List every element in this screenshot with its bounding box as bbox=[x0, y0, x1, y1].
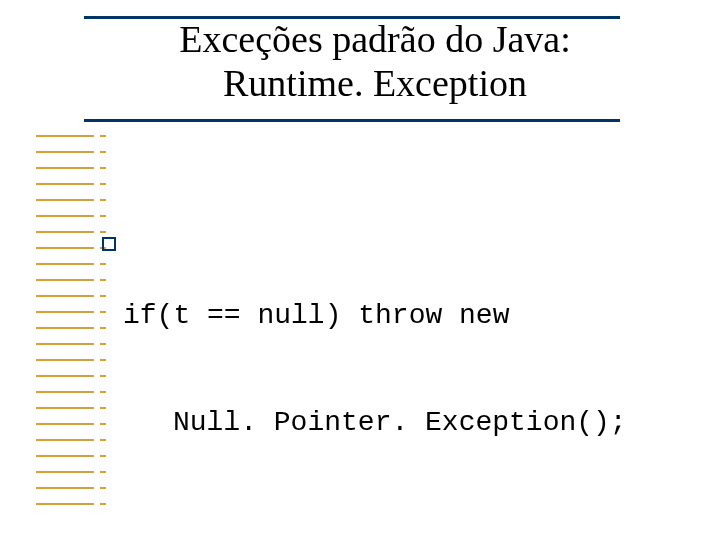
code-snippet: if(t == null) throw new Null. Pointer. E… bbox=[123, 226, 627, 513]
decorative-stripes bbox=[36, 128, 106, 512]
slide: Exceções padrão do Java: Runtime. Except… bbox=[0, 0, 720, 540]
title-line-1: Exceções padrão do Java: bbox=[165, 18, 585, 62]
title-line-2: Runtime. Exception bbox=[165, 62, 585, 106]
title-bottom-rule bbox=[84, 119, 620, 122]
code-line-2: Null. Pointer. Exception(); bbox=[123, 405, 627, 441]
code-line-1: if(t == null) throw new bbox=[123, 298, 627, 334]
slide-title: Exceções padrão do Java: Runtime. Except… bbox=[165, 18, 585, 105]
bullet-square-icon bbox=[102, 237, 116, 251]
